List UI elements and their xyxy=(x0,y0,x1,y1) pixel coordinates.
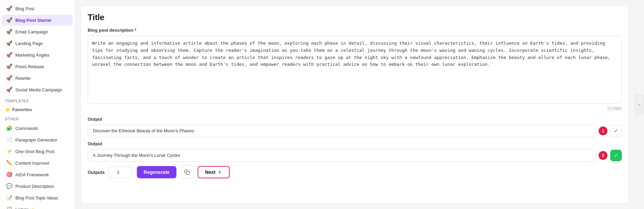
sidebar-item-label: Blog Post xyxy=(15,6,34,11)
sidebar-item-listicle[interactable]: 📋 Listicle ✨ xyxy=(2,204,73,209)
char-count: 727/800 xyxy=(88,106,622,111)
output-label-2: Output xyxy=(88,141,622,146)
sidebar-item-paragraph-generator[interactable]: 📄 Paragraph Generator xyxy=(2,134,73,145)
sidebar-item-product-description[interactable]: 💬 Product Description xyxy=(2,181,73,192)
output-row-2: 2 ✓ xyxy=(88,149,622,162)
sidebar-item-blog-post-starter[interactable]: 🚀 Blog Post Starter xyxy=(2,15,73,26)
sidebar-item-blog-post[interactable]: 🚀 Blog Post xyxy=(2,3,73,14)
commands-icon: 🧩 xyxy=(6,125,13,131)
main-panel: Title Blog post description * Write an e… xyxy=(81,5,629,204)
sidebar-item-label: Email Campaign xyxy=(15,29,48,34)
badge-wrapper-2: 2 xyxy=(599,151,607,160)
marketing-angles-icon: 🚀 xyxy=(6,52,13,58)
templates-section-label: TEMPLATES xyxy=(0,95,75,104)
sidebar-item-rewrite[interactable]: 🚀 Rewrite xyxy=(2,73,73,84)
sidebar: 🚀 Blog Post 🚀 Blog Post Starter 🚀 Email … xyxy=(0,0,75,209)
main-content: Title Blog post description * Write an e… xyxy=(75,0,634,209)
email-campaign-icon: 🚀 xyxy=(6,29,13,35)
favorites-star-icon: ⭐ xyxy=(5,107,10,112)
svg-rect-0 xyxy=(186,171,189,175)
copy-icon xyxy=(184,169,190,175)
sidebar-item-label: AIDA Framework xyxy=(15,172,49,177)
social-media-icon: 🚀 xyxy=(6,87,13,93)
sidebar-item-email-campaign[interactable]: 🚀 Email Campaign xyxy=(2,26,73,37)
step-badge-1: 1 xyxy=(599,126,607,135)
right-collapse-panel: « xyxy=(634,0,644,209)
sidebar-item-label: Product Description xyxy=(15,184,54,189)
output-input-1[interactable] xyxy=(88,124,596,137)
paragraph-generator-icon: 📄 xyxy=(6,137,13,143)
sidebar-item-label: Landing Page xyxy=(15,41,43,46)
sidebar-item-label: Content Improver xyxy=(15,161,49,166)
next-button[interactable]: Next xyxy=(198,166,230,178)
outputs-label: Outputs xyxy=(88,170,105,175)
sidebar-item-label: Social Media Campaign xyxy=(15,87,62,92)
product-description-icon: 💬 xyxy=(6,183,13,189)
sidebar-item-landing-page[interactable]: 🚀 Landing Page xyxy=(2,38,73,49)
badge-wrapper-1: 1 xyxy=(599,126,607,135)
sidebar-item-label: Listicle ✨ xyxy=(15,207,35,209)
select-output-1-button[interactable]: ✓ xyxy=(610,125,622,137)
sidebar-item-label: Blog Post Topic Ideas xyxy=(15,195,58,200)
description-textarea[interactable]: Write an engaging and informative articl… xyxy=(88,35,622,104)
listicle-icon: 📋 xyxy=(6,206,13,209)
outputs-count-input[interactable] xyxy=(109,167,133,178)
sidebar-item-label: Blog Post Starter xyxy=(15,18,52,23)
favorites-label: ⭐ Favorites xyxy=(0,104,75,114)
sidebar-item-label: Press Release xyxy=(15,64,44,69)
sidebar-item-press-release[interactable]: 🚀 Press Release xyxy=(2,61,73,72)
sidebar-item-label: One-Shot Blog Post xyxy=(15,149,55,154)
outputs-section: Outputs Regenerate Next xyxy=(88,166,622,179)
rewrite-icon: 🚀 xyxy=(6,75,13,81)
sidebar-item-marketing-angles[interactable]: 🚀 Marketing Angles xyxy=(2,49,73,60)
blog-post-starter-icon: 🚀 xyxy=(6,17,13,23)
aida-framework-icon: 🎯 xyxy=(6,171,13,178)
press-release-icon: 🚀 xyxy=(6,63,13,70)
blog-post-icon: 🚀 xyxy=(6,5,13,12)
regenerate-button[interactable]: Regenerate xyxy=(137,166,176,178)
sidebar-item-label: Commands xyxy=(15,126,38,131)
output-row-1: 1 ✓ xyxy=(88,124,622,137)
sidebar-item-commands[interactable]: 🧩 Commands xyxy=(2,123,73,134)
other-section-label: Other xyxy=(0,114,75,122)
landing-page-icon: 🚀 xyxy=(6,40,13,46)
sidebar-item-blog-post-topic-ideas[interactable]: 📝 Blog Post Topic Ideas xyxy=(2,192,73,203)
copy-button[interactable] xyxy=(181,166,194,179)
blog-post-topic-ideas-icon: 📝 xyxy=(6,195,13,201)
output-input-2[interactable] xyxy=(88,149,596,162)
description-field-label: Blog post description * xyxy=(88,28,622,33)
page-title: Title xyxy=(88,13,622,22)
content-improver-icon: ✏️ xyxy=(6,160,13,166)
chevron-right-icon xyxy=(217,170,222,175)
step-badge-2: 2 xyxy=(599,151,607,160)
sidebar-item-label: Marketing Angles xyxy=(15,53,49,58)
sidebar-item-content-improver[interactable]: ✏️ Content Improver xyxy=(2,158,73,168)
sidebar-item-label: Rewrite xyxy=(15,76,30,81)
output-label-1: Output xyxy=(88,117,622,122)
sidebar-item-one-shot-blog-post[interactable]: ⚡ One-Shot Blog Post xyxy=(2,146,73,157)
sidebar-item-aida-framework[interactable]: 🎯 AIDA Framework xyxy=(2,169,73,180)
sidebar-item-social-media[interactable]: 🚀 Social Media Campaign xyxy=(2,84,73,95)
select-output-2-button[interactable]: ✓ xyxy=(610,150,622,161)
one-shot-blog-post-icon: ⚡ xyxy=(6,148,13,154)
sidebar-item-label: Paragraph Generator xyxy=(15,137,57,143)
collapse-button[interactable]: « xyxy=(635,94,644,115)
